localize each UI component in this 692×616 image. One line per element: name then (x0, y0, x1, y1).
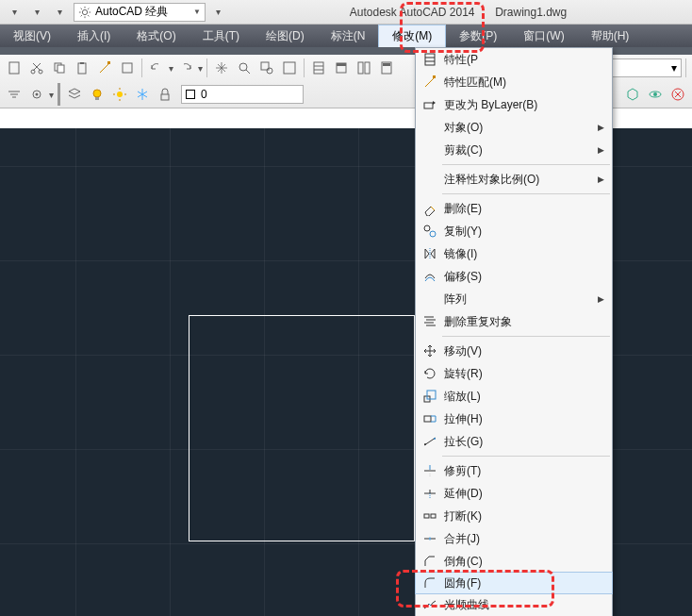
qat-btn[interactable]: ▾ (4, 2, 25, 23)
menu-tools[interactable]: 工具(T) (189, 25, 253, 47)
lengthen-icon (421, 433, 438, 450)
cut-icon[interactable] (26, 58, 47, 78)
menu-item-注释性对象比例(O)[interactable]: 注释性对象比例(O)▶ (416, 168, 612, 191)
qselect-icon[interactable] (4, 84, 25, 105)
new-icon[interactable] (4, 58, 25, 78)
layer-props-icon[interactable] (64, 84, 85, 105)
sun-icon[interactable] (109, 84, 130, 105)
menu-item-fillet-icon[interactable]: 圆角(F) (415, 572, 613, 594)
undo-icon[interactable] (146, 58, 167, 78)
break-icon (421, 508, 438, 524)
copy-icon[interactable] (49, 58, 70, 78)
menu-insert[interactable]: 插入(I) (64, 25, 124, 47)
bulb-icon[interactable] (87, 84, 107, 105)
menu-item-label: 修剪(T) (444, 463, 481, 479)
stretch-icon (421, 410, 438, 427)
workspace-menu-button[interactable]: ▾ (207, 2, 228, 23)
menu-item-lengthen-icon[interactable]: 拉长(G) (416, 430, 612, 453)
menu-item-label: 圆角(F) (444, 575, 481, 591)
menu-item-bylayer-icon[interactable]: 更改为 ByLayer(B) (416, 93, 612, 116)
submenu-arrow-icon: ▶ (598, 175, 604, 184)
sheet-icon[interactable] (331, 58, 352, 78)
menu-item-join-icon[interactable]: 合并(J) (416, 527, 612, 550)
offset-icon (421, 268, 438, 285)
menu-item-match-prop-icon[interactable]: 特性匹配(M) (416, 71, 612, 93)
menu-item-label: 缩放(L) (444, 389, 481, 405)
menu-format[interactable]: 格式(O) (124, 25, 189, 47)
menu-item-break-icon[interactable]: 打断(K) (416, 505, 612, 527)
zoom-all-icon[interactable] (279, 58, 300, 78)
menu-item-对象(O)[interactable]: 对象(O)▶ (416, 116, 612, 139)
layer-selector[interactable]: 0 (181, 85, 304, 104)
menu-item-rotate-icon[interactable]: 旋转(R) (416, 362, 612, 385)
svg-rect-41 (431, 514, 436, 518)
menu-view[interactable]: 视图(V) (0, 25, 64, 47)
menu-item-label: 拉长(G) (444, 434, 483, 450)
svg-rect-18 (365, 62, 370, 74)
calculator-icon[interactable] (376, 58, 397, 78)
menu-item-label: 合并(J) (444, 531, 480, 547)
snowflake-icon[interactable] (132, 84, 153, 105)
svg-rect-20 (383, 63, 390, 66)
menu-item-move-icon[interactable]: 移动(V) (416, 340, 612, 362)
redo-dropdown[interactable]: ▾ (198, 63, 203, 74)
qat-btn[interactable]: ▾ (49, 2, 70, 23)
extend-icon (421, 485, 438, 502)
app-title: Autodesk AutoCAD 2014 Drawing1.dwg (228, 5, 688, 19)
redo-icon[interactable] (175, 58, 196, 78)
menu-item-offset-icon[interactable]: 偏移(S) (416, 265, 612, 288)
paste-icon[interactable] (72, 58, 92, 78)
view-cube-icon[interactable] (622, 84, 643, 105)
svg-point-39 (434, 438, 436, 440)
svg-point-23 (93, 90, 101, 97)
menu-item-copy-icon[interactable]: 复制(Y) (416, 220, 612, 242)
menu-modify[interactable]: 修改(M) (378, 25, 446, 47)
menu-item-scale-icon[interactable]: 缩放(L) (416, 385, 612, 408)
block-icon[interactable] (117, 58, 138, 78)
menu-item-剪裁(C)[interactable]: 剪裁(C)▶ (416, 139, 612, 161)
svg-rect-32 (424, 103, 433, 108)
menu-item-label: 注释性对象比例(O) (444, 172, 539, 188)
menu-item-mirror-icon[interactable]: 镜像(I) (416, 242, 612, 265)
matchprop-icon[interactable] (94, 58, 115, 78)
workspace-selector[interactable]: AutoCAD 经典 ▼ (74, 3, 206, 22)
pan-icon[interactable] (211, 58, 232, 78)
properties-icon[interactable] (308, 58, 329, 78)
svg-point-33 (424, 225, 430, 231)
menu-item-erase-icon[interactable]: 删除(E) (416, 197, 612, 220)
menu-item-properties-icon[interactable]: 特性(P (416, 48, 612, 71)
menu-window[interactable]: 窗口(W) (510, 25, 577, 47)
menu-item-label: 倒角(C) (444, 554, 483, 570)
close-view-icon[interactable] (667, 84, 688, 105)
menu-item-stretch-icon[interactable]: 拉伸(H) (416, 408, 612, 430)
quick-access-toolbar: ▾ ▾ ▾ (4, 2, 70, 23)
menu-item-extend-icon[interactable]: 延伸(D) (416, 482, 612, 505)
settings-icon[interactable] (26, 84, 47, 105)
menu-parametric[interactable]: 参数(P) (446, 25, 510, 47)
gear-icon (78, 6, 95, 19)
zoom-icon[interactable] (234, 58, 255, 78)
menu-item-blend-icon[interactable]: 光顺曲线 (416, 593, 612, 616)
drawn-rectangle[interactable] (189, 315, 415, 541)
workspace-label: AutoCAD 经典 (95, 4, 168, 20)
undo-dropdown[interactable]: ▾ (169, 63, 173, 74)
menu-item-label: 移动(V) (444, 343, 482, 359)
mirror-icon (421, 245, 438, 262)
tool-palette-icon[interactable] (354, 58, 374, 78)
svg-rect-16 (337, 63, 346, 66)
orbit-icon[interactable] (645, 84, 666, 105)
menu-draw[interactable]: 绘图(D) (253, 25, 318, 47)
qat-btn[interactable]: ▾ (26, 2, 47, 23)
menu-help[interactable]: 帮助(H) (578, 25, 643, 47)
zoom-window-icon[interactable] (256, 58, 277, 78)
menu-item-overkill-icon[interactable]: 删除重复对象 (416, 310, 612, 333)
svg-rect-36 (427, 391, 436, 399)
lock-icon[interactable] (155, 84, 175, 105)
menu-item-阵列[interactable]: 阵列▶ (416, 288, 612, 310)
menu-item-label: 光顺曲线 (444, 597, 489, 613)
menu-bar: 视图(V) 插入(I) 格式(O) 工具(T) 绘图(D) 标注(N 修改(M)… (0, 25, 692, 47)
menu-item-chamfer-icon[interactable]: 倒角(C) (416, 550, 612, 573)
menu-item-trim-icon[interactable]: 修剪(T) (416, 459, 612, 482)
menu-dimension[interactable]: 标注(N (318, 25, 379, 47)
menu-item-label: 删除重复对象 (444, 314, 512, 330)
